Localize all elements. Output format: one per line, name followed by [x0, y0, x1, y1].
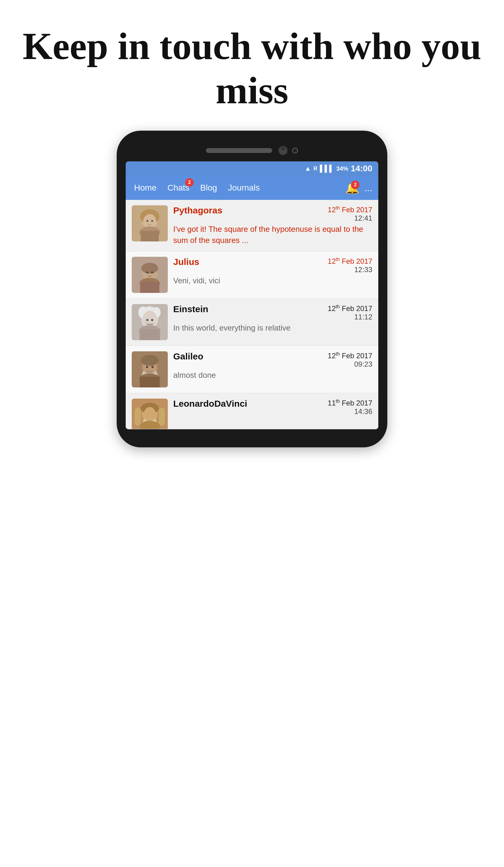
- avatar-julius-image: [132, 257, 168, 293]
- chat-date: 12th Feb 2017 12:41: [328, 205, 372, 223]
- nav-journals[interactable]: Journals: [222, 176, 265, 200]
- svg-point-22: [151, 319, 153, 321]
- chat-name: Einstein: [173, 304, 208, 314]
- svg-point-42: [144, 407, 156, 421]
- phone-speaker: [206, 148, 272, 153]
- chat-content: Julius 12th Feb 2017 12:33 Veni, vidi, v…: [173, 257, 372, 286]
- hero-tagline: Keep in touch with who you miss: [0, 0, 504, 131]
- chat-date: 11th Feb 2017 14:36: [328, 398, 372, 416]
- chat-message: I've got it! The square of the hypotenus…: [173, 224, 372, 246]
- phone-screen: ▲ R ▌▌▌ 34% 14:00 Home Chats 2 Blog: [126, 161, 378, 429]
- chat-list: Pythagoras 12th Feb 2017 12:41 I've got …: [126, 200, 378, 429]
- chat-date-main: 12th Feb 2017: [328, 352, 372, 360]
- signal-bars-icon: ▌▌▌: [320, 165, 334, 172]
- nav-home-label: Home: [134, 183, 157, 193]
- chat-time: 12:41: [328, 214, 372, 223]
- chat-item[interactable]: Einstein 12th Feb 2017 11:12 In this wor…: [126, 299, 378, 346]
- svg-point-12: [151, 271, 153, 273]
- svg-rect-33: [140, 377, 160, 387]
- svg-rect-24: [140, 329, 160, 340]
- chat-name: LeonardoDaVinci: [173, 398, 247, 409]
- chat-message: almost done: [173, 370, 372, 381]
- nav-bar: Home Chats 2 Blog Journals 🔔 2 ...: [126, 176, 378, 200]
- bell-button[interactable]: 🔔 2: [344, 179, 360, 197]
- svg-point-30: [146, 366, 148, 368]
- avatar-einstein-image: [132, 304, 168, 340]
- phone-camera-circle: [278, 146, 288, 156]
- chat-date: 12th Feb 2017 09:23: [328, 351, 372, 368]
- chat-time: 12:33: [328, 266, 372, 274]
- chat-time: 09:23: [328, 360, 372, 368]
- svg-rect-14: [140, 282, 160, 293]
- chat-item[interactable]: Julius 12th Feb 2017 12:33 Veni, vidi, v…: [126, 251, 378, 299]
- status-time: 14:00: [351, 164, 372, 173]
- chat-time: 14:36: [328, 407, 372, 416]
- chat-date-main: 11th Feb 2017: [328, 399, 372, 407]
- nav-more-button[interactable]: ...: [361, 182, 375, 194]
- nav-journals-label: Journals: [228, 183, 260, 193]
- phone-top-hardware: [126, 146, 378, 156]
- status-icons: ▲ R ▌▌▌ 34% 14:00: [305, 164, 372, 173]
- chat-date-main: 12th Feb 2017: [328, 257, 372, 265]
- svg-point-31: [152, 366, 154, 368]
- chat-date: 12th Feb 2017 12:33: [328, 257, 372, 274]
- avatar: [132, 398, 168, 429]
- chat-header: LeonardoDaVinci 11th Feb 2017 14:36: [173, 398, 372, 416]
- chat-name: Pythagoras: [173, 205, 222, 215]
- nav-chats[interactable]: Chats 2: [162, 176, 195, 200]
- phone-camera-dot: [292, 148, 298, 153]
- avatar-galileo-image: [132, 351, 168, 387]
- svg-point-21: [146, 319, 149, 321]
- avatar: [132, 205, 168, 242]
- chat-time: 11:12: [328, 313, 372, 321]
- chat-message: In this world, everything is relative: [173, 322, 372, 333]
- chat-item[interactable]: LeonardoDaVinci 11th Feb 2017 14:36: [126, 393, 378, 429]
- nav-home[interactable]: Home: [129, 176, 162, 200]
- signal-icon: R: [314, 165, 318, 172]
- phone-device: ▲ R ▌▌▌ 34% 14:00 Home Chats 2 Blog: [117, 131, 387, 447]
- svg-rect-7: [141, 231, 159, 242]
- chat-content: Pythagoras 12th Feb 2017 12:41 I've got …: [173, 205, 372, 246]
- svg-point-5: [151, 220, 153, 222]
- chat-content: LeonardoDaVinci 11th Feb 2017 14:36: [173, 398, 372, 417]
- svg-point-29: [141, 355, 159, 366]
- status-bar: ▲ R ▌▌▌ 34% 14:00: [126, 161, 378, 176]
- chat-header: Pythagoras 12th Feb 2017 12:41: [173, 205, 372, 223]
- chat-message: Veni, vidi, vici: [173, 275, 372, 286]
- chat-content: Galileo 12th Feb 2017 09:23 almost done: [173, 351, 372, 381]
- chat-name: Galileo: [173, 351, 203, 362]
- svg-rect-37: [159, 408, 165, 426]
- wifi-icon: ▲: [305, 165, 311, 172]
- avatar: [132, 304, 168, 340]
- battery-text: 34%: [336, 165, 348, 172]
- chat-item[interactable]: Galileo 12th Feb 2017 09:23 almost done: [126, 346, 378, 393]
- chats-badge: 2: [185, 178, 194, 186]
- svg-rect-36: [135, 408, 141, 426]
- nav-bell-area: 🔔 2 ...: [344, 179, 375, 197]
- chat-date-main: 12th Feb 2017: [328, 304, 372, 312]
- nav-blog[interactable]: Blog: [195, 176, 222, 200]
- chat-date: 12th Feb 2017 11:12: [328, 304, 372, 321]
- avatar-leonardo-image: [132, 398, 168, 429]
- chat-header: Galileo 12th Feb 2017 09:23: [173, 351, 372, 368]
- chat-name: Julius: [173, 257, 199, 267]
- chat-item[interactable]: Pythagoras 12th Feb 2017 12:41 I've got …: [126, 200, 378, 251]
- nav-blog-label: Blog: [200, 183, 217, 193]
- chat-header: Julius 12th Feb 2017 12:33: [173, 257, 372, 274]
- svg-point-20: [143, 311, 157, 328]
- svg-point-10: [141, 263, 158, 274]
- chat-date-main: 12th Feb 2017: [328, 206, 372, 214]
- chat-content: Einstein 12th Feb 2017 11:12 In this wor…: [173, 304, 372, 333]
- svg-point-11: [146, 271, 148, 273]
- avatar: [132, 257, 168, 293]
- chat-header: Einstein 12th Feb 2017 11:12: [173, 304, 372, 321]
- svg-point-4: [146, 220, 148, 222]
- avatar-pythagoras-image: [132, 205, 168, 242]
- avatar: [132, 351, 168, 387]
